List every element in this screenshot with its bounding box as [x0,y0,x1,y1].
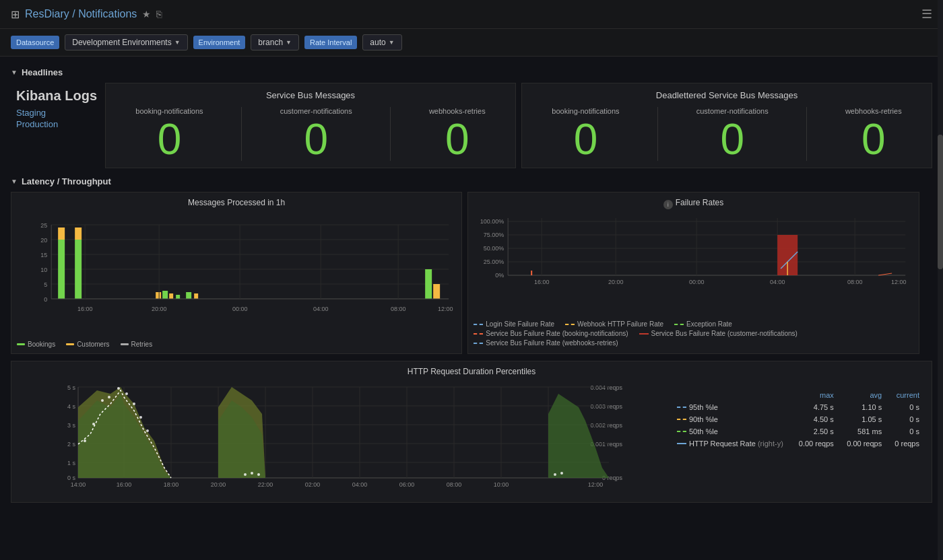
scrollbar-thumb[interactable] [938,135,943,269]
svg-text:20:00: 20:00 [608,279,624,285]
datasource-dropdown[interactable]: Development Environments ▼ [65,34,187,50]
svg-text:00:00: 00:00 [689,279,705,285]
star-icon[interactable]: ★ [142,9,151,20]
legend-bookings: Bookings [17,341,55,348]
kibana-production-link[interactable]: Production [16,119,100,129]
svg-rect-14 [75,228,82,240]
svg-text:0.002 reqps: 0.002 reqps [590,422,622,429]
kibana-staging-link[interactable]: Staging [16,108,100,118]
scrollbar[interactable] [938,0,943,560]
svg-point-110 [251,472,253,475]
metric-booking-notifications: booking-notifications 0 [135,107,203,161]
svg-text:10:00: 10:00 [494,481,509,488]
svg-text:50.00%: 50.00% [484,245,505,252]
metric-label: booking-notifications [135,107,203,115]
row-avg: 1.05 s [841,414,887,425]
svg-text:15: 15 [40,252,47,258]
svg-rect-15 [75,240,82,299]
legend-sb-webhooks: Service Bus Failure Rate (webhooks-retri… [474,339,618,347]
failure-chart-svg: 100.00% 75.00% 50.00% 25.00% 0% [474,211,913,316]
svg-point-106 [133,403,135,405]
svg-text:00:00: 00:00 [232,306,248,312]
rate-interval-label: Rate Interval [304,36,357,49]
svg-point-105 [125,392,128,395]
service-bus-metrics: booking-notifications 0 customer-notific… [117,107,505,161]
legend-login: Login Site Failure Rate [474,320,554,328]
messages-chart-svg: 25 20 15 10 5 0 [17,211,456,336]
rate-interval-dropdown[interactable]: auto ▼ [362,34,401,50]
svg-point-109 [244,473,247,476]
svg-rect-22 [425,269,432,299]
share-icon[interactable]: ⎘ [156,9,162,20]
svg-point-108 [146,429,149,432]
dead-booking-notifications: booking-notifications 0 [552,107,619,161]
messages-legend: Bookings Customers Retries [17,341,456,348]
svg-text:5 s: 5 s [67,384,76,391]
failure-chart-panel: i Failure Rates 100.00% 75.00% 50.00% 25… [467,192,919,354]
svg-text:10: 10 [40,267,47,273]
metric-value: 0 [158,118,182,161]
col-header-label [672,390,791,400]
row-max: 4.50 s [792,414,839,425]
svg-point-100 [84,440,86,442]
svg-text:04:00: 04:00 [313,306,329,312]
svg-rect-12 [58,240,65,299]
metric-label: customer-notifications [280,107,352,115]
svg-point-107 [139,416,142,419]
svg-text:25: 25 [40,222,47,229]
chevron-down-icon: ▼ [174,39,181,46]
chevron-down-icon-2: ▼ [286,39,292,46]
svg-text:12:00: 12:00 [588,481,604,488]
sb-booking-color [474,333,483,335]
retries-color [121,343,129,345]
svg-text:0.004 reqps: 0.004 reqps [590,384,622,391]
headlines-section-header: ▼ Headlines [11,67,932,77]
row-avg: 1.10 s [841,402,887,413]
grid-icon: ⊞ [11,8,20,21]
col-header-current: current [888,390,925,400]
table-row: 90th %le 4.50 s 1.05 s 0 s [672,414,925,425]
menu-icon[interactable]: ☰ [921,7,932,21]
divider [241,107,242,161]
svg-text:12:00: 12:00 [438,306,453,312]
environment-label: Environment [193,36,246,49]
failure-legend: Login Site Failure Rate Webhook HTTP Fai… [474,320,913,347]
divider [806,107,807,161]
exception-color [674,324,684,325]
row-label: 90th %le [672,414,791,425]
legend-sb-booking: Service Bus Failure Rate (booking-notifi… [474,330,628,337]
deadlettered-metrics: booking-notifications 0 customer-notific… [533,107,921,161]
legend-retries: Retries [121,341,153,348]
table-row: 95th %le 4.75 s 1.10 s 0 s [672,402,925,413]
svg-text:16:00: 16:00 [77,306,93,312]
svg-point-102 [101,399,104,402]
sb-customer-color [639,333,649,335]
percentiles-table-area: max avg current 95th %le 4.75 s 1 [670,380,926,497]
svg-text:2 s: 2 s [67,441,76,448]
svg-text:08:00: 08:00 [847,279,863,285]
table-row: HTTP Request Rate (right-y) 0.00 reqps 0… [672,438,925,449]
svg-rect-18 [169,293,173,299]
headlines-title: Headlines [22,67,63,77]
svg-rect-20 [186,292,191,299]
legend-webhook: Webhook HTTP Failure Rate [565,320,663,328]
row-current: 0 s [888,402,925,413]
svg-text:75.00%: 75.00% [484,232,505,238]
login-color [474,324,483,325]
datasource-label: Datasource [11,36,59,49]
svg-text:0 s: 0 s [67,475,76,481]
svg-point-111 [257,473,260,476]
row-current: 0 s [888,414,925,425]
90th-color [677,419,686,420]
latency-section-header: ▼ Latency / Throughput [11,176,932,186]
svg-text:14:00: 14:00 [71,481,86,488]
svg-text:20:00: 20:00 [152,306,167,312]
row-label: HTTP Request Rate (right-y) [672,438,791,449]
metric-customer-notifications: customer-notifications 0 [280,107,352,161]
svg-rect-21 [194,293,198,299]
deadlettered-panel: Deadlettered Service Bus Messages bookin… [521,83,932,168]
row-avg: 581 ms [841,426,887,437]
environment-dropdown[interactable]: branch ▼ [251,34,299,50]
svg-point-113 [560,472,563,475]
header: ⊞ ResDiary / Notifications ★ ⎘ ☰ [0,0,943,29]
